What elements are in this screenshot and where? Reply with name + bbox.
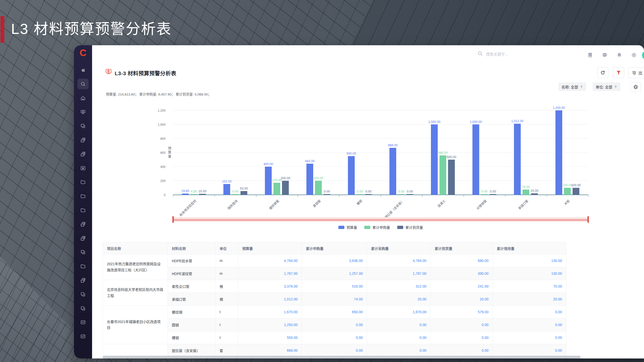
bar-received[interactable]: 100.00 [573,188,579,195]
quantity-link-cell[interactable]: 241.00 [431,280,493,293]
quantity-link-cell[interactable]: 1,250.00 [238,319,302,331]
quantity-link-cell[interactable]: 0.00 [431,344,493,357]
bar-requested[interactable]: 100.00 [564,188,571,195]
bar-budget[interactable]: 1,000.00 [472,124,479,195]
filter-chip-name[interactable]: 名称: 全部 [558,82,586,91]
bar-received[interactable]: 53.00 [240,191,247,195]
quantity-link-cell[interactable]: 680.00 [431,254,493,267]
quantity-link-cell[interactable]: 1,670.00 [238,306,302,319]
sidebar-item-folder-icon[interactable] [77,261,89,272]
user-avatar[interactable] [642,51,644,60]
quantity-link-cell[interactable]: 70.00 [493,280,566,293]
bar-received[interactable]: 200.00 [282,181,289,195]
sidebar-item-search-icon[interactable] [77,79,89,89]
bar-budget[interactable]: 152.00 [223,184,230,195]
sidebar-item-layers-icon[interactable] [77,233,89,244]
quantity-link-cell[interactable]: 650.00 [302,306,367,319]
quantity-link-cell[interactable]: 4,784.00 [367,254,431,267]
quantity-link-cell[interactable]: 579.00 [431,306,493,319]
quantity-link-cell[interactable]: 1,670.00 [367,306,431,319]
legend-item-requested[interactable]: 累计申购量 [364,225,390,230]
sidebar-item-folder-icon[interactable] [77,177,89,187]
global-search[interactable] [477,51,547,57]
bar-budget[interactable]: 550.00 [348,156,355,195]
bar-requested[interactable]: 4.90 [190,194,197,195]
quantity-link-cell[interactable]: 0.00 [302,331,367,344]
chart-zoom-handle-left[interactable] [172,216,174,223]
sidebar-item-layers-icon[interactable] [77,135,89,145]
bar-requested[interactable]: 200.00 [315,181,322,195]
manual-icon[interactable] [587,52,593,58]
refresh-button[interactable] [597,67,608,78]
bar-budget[interactable]: 1,200.00 [555,110,562,195]
bar-requested[interactable]: 0.00 [481,194,488,195]
horizontal-scrollbar[interactable] [103,356,581,358]
quantity-link-cell[interactable]: 4,784.00 [238,254,302,267]
quantity-link-cell[interactable]: 3,378.00 [238,280,302,293]
quantity-link-cell[interactable]: 3,636.00 [302,254,367,267]
quantity-link-cell[interactable]: 0.00 [367,344,431,357]
notification-icon[interactable] [616,52,622,58]
quantity-link-cell[interactable]: 0.00 [302,319,367,331]
quantity-link-cell[interactable]: 1,012.00 [238,293,302,306]
chart-zoom-handle-right[interactable] [587,216,589,223]
sidebar-item-folder-icon[interactable] [77,205,89,215]
app-logo[interactable]: C [74,48,92,58]
bar-requested[interactable]: 560.00 [439,155,446,195]
quantity-link-cell[interactable]: 0.00 [302,344,367,357]
quantity-link-cell[interactable]: 0.00 [367,319,431,331]
bar-received[interactable]: 0.00 [407,194,413,195]
export-button[interactable]: 导 出 [628,67,644,78]
bar-requested[interactable]: 0.00 [232,194,239,195]
sidebar-item-chart-icon[interactable] [77,317,89,328]
sidebar-item-layers-icon[interactable] [77,219,89,230]
quantity-link-cell[interactable]: 0.00 [367,331,431,344]
legend-item-received[interactable]: 累计到货量 [397,225,423,230]
quantity-link-cell[interactable]: 1,257.00 [302,267,367,280]
quantity-link-cell[interactable]: 390.00 [431,267,493,280]
bar-received[interactable]: 20.00 [531,193,538,195]
bar-received[interactable]: 0.00 [365,194,372,195]
settings-icon[interactable] [631,52,637,58]
bar-requested[interactable]: 0.00 [356,194,363,195]
bar-requested[interactable]: 74.00 [522,190,529,195]
sidebar-item-copy-icon[interactable] [77,289,89,300]
bar-received[interactable]: 500.00 [448,160,455,195]
sidebar-item-monitor-icon[interactable] [77,107,89,117]
quantity-link-cell[interactable]: 668.00 [238,344,302,357]
quantity-link-cell[interactable]: 312.00 [367,280,431,293]
bar-received[interactable]: 0.00 [324,194,330,195]
sidebar-item-copy-icon[interactable] [77,121,89,131]
sidebar-item-copy-icon[interactable] [77,303,89,314]
bar-requested[interactable]: 170.00 [273,183,280,195]
column-settings-button[interactable] [630,82,641,92]
chart-zoom-slider[interactable] [173,217,588,222]
quantity-link-cell[interactable]: 0.00 [431,331,493,344]
quantity-link-cell[interactable]: 130.00 [493,267,566,280]
legend-item-budget[interactable]: 预算量 [338,225,357,230]
filter-chip-unit[interactable]: 单位: 全部 [593,82,620,91]
sidebar-collapse-icon[interactable]: « [77,65,89,75]
quantity-link-cell[interactable]: 550.00 [238,331,302,344]
sidebar-item-bill-icon[interactable] [77,163,89,173]
sidebar-item-chart-icon[interactable] [77,331,89,342]
quantity-link-cell[interactable]: 0.00 [493,344,566,357]
sidebar-item-layers-icon[interactable] [77,149,89,159]
bar-budget[interactable]: 1,000.00 [431,124,438,195]
message-icon[interactable] [602,52,608,58]
quantity-link-cell[interactable]: 20.00 [367,293,431,306]
bar-budget[interactable]: 1,012.00 [514,124,521,195]
sidebar-item-layers-icon[interactable] [77,275,89,286]
quantity-link-cell[interactable]: 20.00 [493,293,566,306]
quantity-link-cell[interactable]: 0.00 [493,306,566,319]
quantity-link-cell[interactable]: 0.00 [493,319,566,331]
sidebar-item-copy-icon[interactable] [77,247,89,257]
search-input[interactable] [486,52,547,57]
sidebar-item-home-icon[interactable] [77,93,89,103]
bar-budget[interactable]: 400.00 [265,167,272,195]
quantity-link-cell[interactable]: 516.00 [302,280,367,293]
quantity-link-cell[interactable]: 0.00 [431,319,493,331]
quantity-link-cell[interactable]: 20.00 [431,293,493,306]
bar-budget[interactable]: 443.00 [306,164,313,195]
bar-budget[interactable]: 19.60 [182,194,189,195]
